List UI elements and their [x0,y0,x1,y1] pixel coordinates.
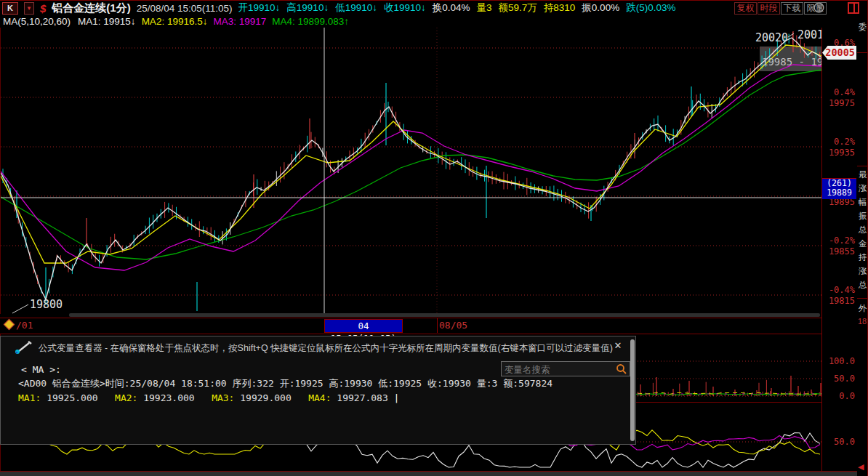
ma-values: MA1: 19915↓MA2: 19916.5↓MA3: 19917MA4: 1… [78,16,349,28]
oscillator-axis-label: 50.0 [834,437,855,447]
ma-value: MA4: 19899.083↑ [272,16,349,28]
trading-terminal: { "header": { "k_button": "K", "k_caret"… [0,0,868,476]
svg-text:19800: 19800 [30,298,63,311]
variable-row-ma-values: MA1: 19925.000 MA2: 19923.000 MA3: 19929… [18,392,399,403]
variable-value-segment: | [394,392,400,403]
dialog-titlebar[interactable]: 公式变量查看器 - 在确保窗格处于焦点状态时，按Shift+Q 快捷键定位鼠标所… [1,336,635,358]
dialog-title: 公式变量查看器 - 在确保窗格处于焦点状态时，按Shift+Q 快捷键定位鼠标所… [39,342,613,355]
dialog-scrollbar[interactable] [630,339,635,441]
axis-percent-label: -0.4% [829,285,855,295]
chart-horizontal-scrollbar[interactable] [69,313,820,317]
variable-value-segment: MA3: [212,392,234,403]
variable-value-segment: 19925.000 [41,392,115,403]
quote-field: 换0.04% [433,1,470,15]
quote-field: 低19910↓ [335,1,377,15]
kline-mode-button[interactable]: K [2,2,18,15]
axis-percent-label: -0.2% [829,235,855,246]
variable-value-segment: 19927.083 [331,392,394,403]
quote-field: 量3 [477,1,492,15]
toolbar-button-时段[interactable]: 时段 [758,2,780,15]
formula-variable-viewer-dialog: 公式变量查看器 - 在确保窗格处于焦点状态时，按Shift+Q 快捷键定位鼠标所… [0,336,636,445]
search-icon[interactable] [616,363,627,375]
quote-field: 持8310 [544,1,576,15]
sidebar-separator [857,298,868,299]
crosshair-time-tag: 04 15:05(11:05) [324,319,403,333]
collapse-panel-arrow-icon[interactable]: ◀ [858,462,864,472]
split-pane-icon[interactable] [848,2,859,14]
variable-search-input[interactable] [503,363,615,376]
sidebar-field-label: 涨 [859,266,867,277]
variable-row-ohlc: <AD00 铝合金连续>时间:25/08/04 18:51:00 序列:322 … [18,377,552,390]
sidebar-field-label: 幅 [859,197,867,208]
svg-text:20015: 20015 [797,28,822,41]
variable-value-segment: MA1: [18,392,41,403]
axis-price-label: 19935 [829,148,855,158]
dialog-tab-ma[interactable]: < MA >: [21,364,61,375]
quote-field: 跌(5)0.03% [626,1,675,15]
quote-sidebar-sliver: 委最涨幅振总金持涨总外18◀ [857,18,868,476]
ma-value: MA3: 19917 [213,16,266,28]
axis-percent-label: 0.2% [834,137,855,147]
sidebar-separator [857,52,868,53]
ma-value: MA1: 19915↓ [78,16,136,28]
close-icon[interactable]: ✕ [611,339,624,352]
time-axis-session-label: 08/05 [439,320,467,331]
sidebar-field-label: 涨 [859,183,867,194]
event-diamond-marker[interactable] [4,319,15,331]
axis-price-label: 19975 [829,98,855,108]
sidebar-field-label: 最 [859,169,867,180]
variable-value-segment: MA4: [308,392,331,403]
sidebar-separator [857,166,868,166]
formula-pen-icon [14,340,33,355]
ma-value: MA2: 19916.5↓ [142,16,208,28]
session-divider-tick [437,318,438,333]
clock-icon[interactable] [813,2,824,16]
quote-field: 收19910↓ [384,1,426,15]
price-axis: 0.6%200150.4%199750.2%1993519895-0.2%198… [821,28,858,471]
ma-indicator-bar: MA(5,10,20,60) MA1: 19915↓MA2: 19916.5↓M… [3,16,349,28]
volume-axis-label: 0.0 [839,391,855,401]
bottom-scrollbar-strip[interactable] [0,472,868,476]
last-price-tag: 20005 [822,46,856,60]
sidebar-field-label: 金 [859,238,867,249]
cursor-datetime: 25/08/04 15:05(11:05) [137,3,233,14]
crosshair-price-value: 19889 [822,188,856,198]
sidebar-field-label: 振 [859,211,867,222]
quote-field: 额59.7万 [499,1,537,15]
main-chart-canvas[interactable]: 19800200202001519985 - 1989 [0,28,822,314]
axis-price-label: 19855 [829,246,855,257]
kline-dropdown-caret[interactable]: ▼ [24,2,34,15]
sidebar-number: 18 [858,317,867,326]
svg-text:20020: 20020 [755,31,788,44]
quote-field: 高19910↓ [286,1,329,15]
variable-search-box [501,361,630,376]
toolbar-button-复权[interactable]: 复权 [734,2,757,15]
svg-text:19985 - 1989: 19985 - 1989 [762,56,822,68]
variable-value-segment: MA2: [115,392,137,403]
quote-fields: 开19910↓高19910↓低19910↓收19910↓换0.04%量3额59.… [238,1,676,15]
time-axis: /01 04 15:05(11:05) 08/05 1分 [0,318,868,334]
volume-axis-label: 100.0 [829,356,855,366]
sidebar-field-label: 委 [859,22,867,33]
sidebar-field-label: 总 [859,280,867,291]
quote-field: 振0.00% [582,1,619,15]
variable-value-segment: 19923.000 [137,392,212,403]
toolbar-button-下载[interactable]: 下载 [781,2,803,15]
axis-price-label: 19815 [829,296,855,306]
quote-field: 开19910↓ [238,1,281,15]
instrument-title: 铝合金连续(1分) [52,1,130,15]
ma-params: MA(5,10,20,60) [3,16,71,28]
time-axis-left-label: /01 [16,320,33,331]
instrument-icon: $ [40,2,46,15]
sidebar-field-label: 外 [859,303,867,314]
sidebar-field-label: 总 [859,225,867,235]
crosshair-price-tag: (261) 19889 [822,178,856,199]
volume-axis-label: 50.0 [834,374,855,384]
sidebar-field-label: 持 [859,252,867,263]
variable-value-segment: 19929.000 [234,392,308,403]
axis-percent-label: 0.4% [834,87,855,97]
